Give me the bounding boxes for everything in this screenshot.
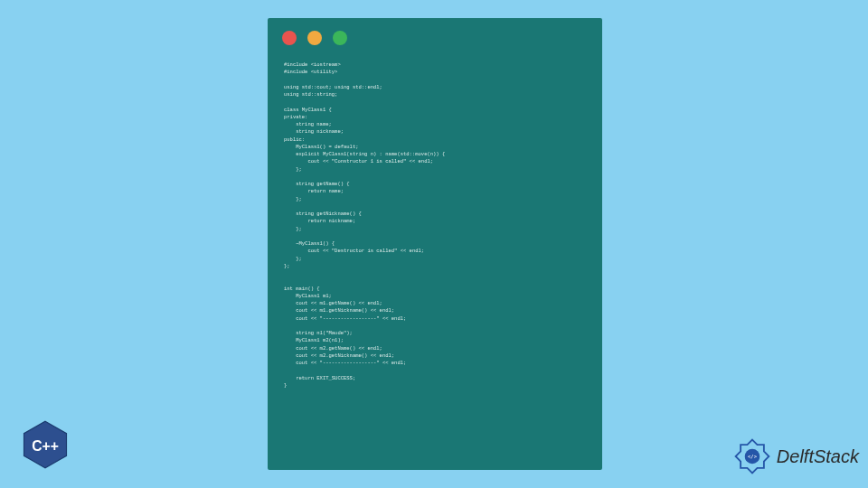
svg-text:</>: </> <box>748 454 758 459</box>
window-close-dot <box>282 31 297 45</box>
window-controls <box>268 18 602 54</box>
window-minimize-dot <box>307 31 322 45</box>
delftstack-emblem-icon: </> <box>731 436 773 477</box>
cpp-hexagon-icon: C++ <box>16 419 74 470</box>
delftstack-logo: </> DelftStack <box>731 436 859 477</box>
code-window: #include <iostream> #include <utility> u… <box>268 18 602 470</box>
code-content: #include <iostream> #include <utility> u… <box>268 54 602 397</box>
cpp-logo: C++ <box>16 419 74 477</box>
window-maximize-dot <box>333 31 347 45</box>
delftstack-text: DelftStack <box>777 446 859 467</box>
cpp-text: C++ <box>32 438 59 454</box>
